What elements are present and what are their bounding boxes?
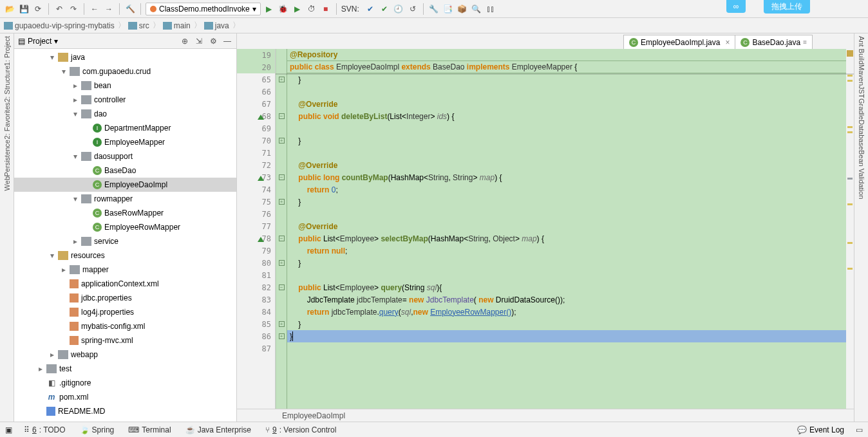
rail-button[interactable]: JST <box>858 86 865 98</box>
editor-tab[interactable]: CBaseDao.java≡ <box>735 35 813 49</box>
tree-node[interactable]: IDepartmentMapper <box>14 121 236 135</box>
svn-history-icon[interactable]: 🕘 <box>393 3 404 15</box>
svn-commit-icon[interactable]: ✔ <box>379 3 390 15</box>
tree-node[interactable]: spring-mvc.xml <box>14 333 236 348</box>
hide-icon[interactable]: — <box>222 36 232 46</box>
toolwin-toggle-icon[interactable]: ▣ <box>5 425 12 434</box>
target-icon[interactable]: ⊕ <box>180 36 190 46</box>
code-content[interactable]: @Repositorypublic class EmployeeDaoImpl … <box>287 49 854 409</box>
code-line[interactable] <box>287 147 854 159</box>
rail-button[interactable]: 2: Structure <box>3 66 11 102</box>
override-marker-icon[interactable] <box>258 236 264 242</box>
tree-node[interactable]: CBaseRowMapper <box>14 206 236 220</box>
tree-twistie[interactable]: ▾ <box>49 251 55 260</box>
code-line[interactable] <box>287 122 854 135</box>
upload-infinity-icon[interactable]: ∞ <box>726 0 746 13</box>
pin-icon[interactable]: ≡ <box>803 39 807 46</box>
fold-column[interactable]: +−+−+−+−++ <box>276 49 287 409</box>
project-tree[interactable]: ▾java▾com.gupaoedu.crud▸bean▸controller▾… <box>14 49 236 422</box>
rail-button[interactable]: Persistence <box>3 140 11 176</box>
code-editor[interactable]: 1920656667686970717273747576777879808182… <box>237 49 854 409</box>
code-line[interactable]: public long countByMap(HashMap<String, S… <box>287 171 854 183</box>
statusbar-button[interactable]: ⌨ Terminal <box>128 425 171 434</box>
tree-node[interactable]: ▸bean <box>14 79 236 93</box>
refresh-icon[interactable]: ⟳ <box>32 3 44 15</box>
tree-node[interactable]: README.MD <box>14 404 236 418</box>
rail-button[interactable]: 1: Project <box>3 36 11 66</box>
code-line[interactable]: return jdbcTemplate.query(sql,new Employ… <box>287 306 854 318</box>
close-icon[interactable]: × <box>725 38 730 47</box>
back-icon[interactable]: ← <box>89 3 100 15</box>
code-line[interactable] <box>287 86 854 98</box>
run-icon[interactable]: ▶ <box>263 3 275 15</box>
editor-breadcrumb[interactable]: EmployeeDaoImpl <box>237 409 854 422</box>
code-line[interactable]: } <box>287 318 854 330</box>
line-gutter[interactable]: 1920656667686970717273747576777879808182… <box>237 49 276 409</box>
inspection-indicator-icon[interactable] <box>847 50 853 57</box>
debug-icon[interactable]: 🐞 <box>278 3 289 15</box>
tree-node[interactable]: ▸controller <box>14 93 236 107</box>
statusbar-button[interactable]: 🍃 Spring <box>80 425 115 434</box>
override-marker-icon[interactable] <box>258 174 264 181</box>
build-icon[interactable]: 🔨 <box>124 3 136 15</box>
tree-node[interactable]: ▸service <box>14 234 236 248</box>
tree-node[interactable]: ◧.gitignore <box>14 376 236 390</box>
tree-node[interactable]: jdbc.properties <box>14 291 236 305</box>
override-marker-icon[interactable] <box>258 113 264 120</box>
tree-twistie[interactable]: ▸ <box>61 265 67 274</box>
code-line[interactable]: } <box>287 257 854 269</box>
chevron-down-icon[interactable]: ▾ <box>54 37 58 46</box>
structure-icon[interactable]: 📑 <box>442 3 454 15</box>
tree-twistie[interactable]: ▸ <box>72 95 79 104</box>
rail-button[interactable]: 2: Favorites <box>3 102 11 139</box>
code-line[interactable]: } <box>287 196 854 208</box>
code-line[interactable] <box>287 269 854 281</box>
tree-node[interactable]: applicationContext.xml <box>14 277 236 291</box>
editor-tab[interactable]: CEmployeeDaoImpl.java× <box>623 35 735 49</box>
search-icon[interactable]: 🔍 <box>471 3 482 15</box>
fold-toggle-icon[interactable]: + <box>279 333 285 339</box>
save-icon[interactable]: 💾 <box>18 3 30 15</box>
tree-node[interactable]: mpom.xml <box>14 390 236 404</box>
forward-icon[interactable]: → <box>103 3 115 15</box>
tree-node[interactable]: ▸webapp <box>14 348 236 362</box>
run-config-selector[interactable]: ClassDemo.methodInvoke ▾ <box>146 3 261 15</box>
sdk-icon[interactable]: 📦 <box>457 3 468 15</box>
svn-revert-icon[interactable]: ↺ <box>407 3 419 15</box>
code-line[interactable]: public void deleteByList(List<Integer> i… <box>287 110 854 122</box>
tree-node[interactable]: ▾dao <box>14 107 236 121</box>
tree-twistie[interactable]: ▾ <box>49 53 55 62</box>
code-line[interactable]: } <box>287 73 854 86</box>
code-line[interactable]: } <box>287 135 854 147</box>
rail-button[interactable]: Gradle <box>858 98 865 120</box>
rail-button[interactable]: Ant Build <box>858 36 865 64</box>
error-stripe[interactable] <box>846 49 854 409</box>
collapse-icon[interactable]: ⇲ <box>194 36 204 46</box>
code-line[interactable]: @Override <box>287 98 854 110</box>
code-line[interactable]: return 0; <box>287 183 854 196</box>
tree-twistie[interactable]: ▸ <box>49 350 55 359</box>
tree-node[interactable]: ▾daosupport <box>14 149 236 163</box>
breadcrumb-item[interactable]: src〉 <box>128 20 162 31</box>
code-line[interactable]: JdbcTemplate jdbcTemplate= new JdbcTempl… <box>287 293 854 306</box>
tree-twistie[interactable]: ▸ <box>37 364 44 373</box>
tree-node[interactable]: ▸mapper <box>14 263 236 277</box>
layout-icon[interactable]: ⫿⫿ <box>485 3 496 15</box>
svn-update-icon[interactable]: ✔ <box>364 3 376 15</box>
lock-icon[interactable]: ▭ <box>856 425 863 434</box>
open-icon[interactable]: 📂 <box>4 3 15 15</box>
tree-node[interactable]: ▾resources <box>14 248 236 263</box>
tree-twistie[interactable]: ▾ <box>72 152 79 161</box>
code-line[interactable]: public List<Employee> query(String sql){ <box>287 281 854 293</box>
code-line[interactable]: @Override <box>287 159 854 171</box>
profile-icon[interactable]: ⏱ <box>306 3 317 15</box>
tree-node[interactable]: CBaseDao <box>14 163 236 178</box>
fold-toggle-icon[interactable]: − <box>279 174 285 180</box>
fold-toggle-icon[interactable]: + <box>279 77 285 82</box>
tree-node[interactable]: ▾rowmapper <box>14 192 236 206</box>
fold-toggle-icon[interactable]: + <box>279 321 285 327</box>
tree-node[interactable]: ▾java <box>14 50 236 64</box>
code-line[interactable] <box>287 208 854 220</box>
fold-toggle-icon[interactable]: − <box>279 284 285 290</box>
tree-node[interactable]: IEmployeeMapper <box>14 135 236 149</box>
